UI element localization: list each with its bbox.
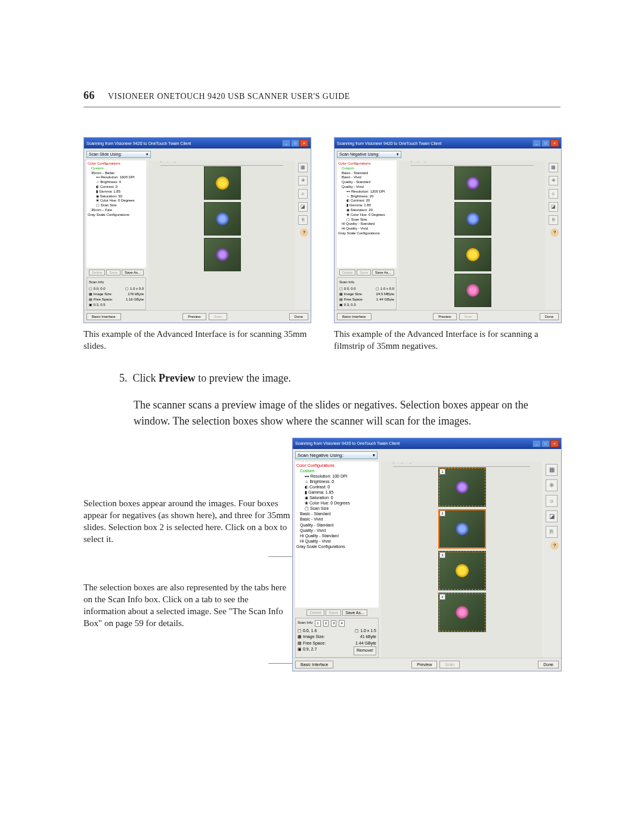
- adjust-icon[interactable]: ◪: [298, 202, 308, 212]
- panel-icon[interactable]: ▦: [549, 163, 558, 172]
- remove-button[interactable]: Remove!: [354, 646, 376, 655]
- scan-info-tab-1[interactable]: 1: [315, 620, 320, 627]
- preview-area[interactable]: ⁰ · · · · ¹ · · · · ² 1 2 3 4: [381, 462, 542, 658]
- scan-info-box: Scan Info ▢ 0.0, 0.0▢ 1.0 x 0.0 ▦ Image …: [86, 277, 146, 310]
- config-tree[interactable]: Color Configurations Custom ••• Resoluti…: [295, 462, 379, 608]
- preview-button[interactable]: Preview: [433, 313, 456, 320]
- caption-left: This example of the Advanced Interface i…: [83, 328, 310, 352]
- saveas-button[interactable]: Save As...: [122, 270, 144, 275]
- selection-box-1[interactable]: 1: [438, 467, 486, 507]
- annotation-scan-info-tabs: The selection boxes are also represented…: [83, 581, 292, 630]
- screenshot-selection-boxes: Scanning from Visioneer 9420 to OneTouch…: [292, 438, 562, 671]
- scan-button[interactable]: Scan: [439, 661, 460, 668]
- scan-button[interactable]: Scan: [209, 313, 228, 320]
- maximize-icon[interactable]: □: [541, 140, 550, 147]
- minimize-icon[interactable]: _: [532, 440, 541, 447]
- basic-interface-button[interactable]: Basic Interface: [295, 661, 333, 668]
- crop-icon[interactable]: ⎘: [298, 215, 308, 225]
- page-header: 66 VISIONEER ONETOUCH 9420 USB SCANNER U…: [83, 89, 561, 107]
- close-icon[interactable]: ×: [550, 140, 559, 147]
- done-button[interactable]: Done: [289, 313, 308, 320]
- save-button[interactable]: Save: [106, 270, 120, 275]
- delete-button[interactable]: Delete: [339, 270, 355, 275]
- annotation-selection-boxes: Selection boxes appear around the images…: [83, 497, 292, 546]
- basic-interface-button[interactable]: Basic Interface: [337, 313, 371, 320]
- minimize-icon[interactable]: _: [532, 140, 541, 147]
- adjust-icon[interactable]: ◪: [549, 202, 558, 212]
- preview-button[interactable]: Preview: [182, 313, 206, 320]
- done-button[interactable]: Done: [538, 661, 559, 668]
- basic-interface-button[interactable]: Basic Interface: [86, 313, 121, 320]
- caption-right: This example of the Advanced Interface i…: [334, 328, 561, 352]
- preview-thumb[interactable]: [454, 238, 491, 271]
- scan-info-tab-3[interactable]: 3: [331, 620, 336, 627]
- preview-thumb[interactable]: [454, 202, 491, 236]
- adjust-icon[interactable]: ◪: [546, 510, 558, 522]
- panel-icon[interactable]: ▦: [298, 163, 308, 172]
- window-title: Scanning from Visioneer 9420 to OneTouch…: [86, 141, 191, 145]
- close-icon[interactable]: ×: [300, 140, 308, 147]
- crop-icon[interactable]: ⎘: [549, 215, 558, 225]
- window-title: Scanning from Visioneer 9420 to OneTouch…: [337, 141, 441, 145]
- scan-info-tab-4[interactable]: 4: [339, 620, 344, 627]
- help-icon[interactable]: ?: [550, 541, 559, 550]
- preview-thumb[interactable]: [204, 166, 241, 200]
- scan-info-box: Scan Info ▢ 0.0, 0.0▢ 1.0 x 0.0 ▦ Image …: [337, 277, 397, 310]
- brightness-icon[interactable]: ☼: [549, 189, 558, 199]
- preview-thumb[interactable]: [454, 274, 491, 307]
- config-tree[interactable]: Color Configurations Custom 35mm – Bette…: [86, 160, 146, 268]
- scan-button[interactable]: Scan: [459, 313, 478, 320]
- preview-button[interactable]: Preview: [411, 661, 437, 668]
- scan-info-box: Scan Info 1 2 3 4 ▢ 0.0, 1.6▢ 1.0 x 1.5 …: [295, 618, 379, 658]
- step-5: 5. Click Preview to preview the image.: [119, 370, 561, 386]
- help-icon[interactable]: ?: [300, 228, 308, 237]
- titlebar: Scanning from Visioneer 9420 to OneTouch…: [335, 138, 561, 148]
- titlebar: Scanning from Visioneer 9420 to OneTouch…: [293, 438, 561, 449]
- grid-icon[interactable]: ⁜: [549, 176, 558, 185]
- help-icon[interactable]: ?: [550, 228, 559, 237]
- grid-icon[interactable]: ⁜: [298, 176, 308, 185]
- screenshot-slides: Scanning from Visioneer 9420 to OneTouch…: [83, 137, 311, 323]
- preview-thumb[interactable]: [204, 238, 241, 271]
- scan-type-dropdown[interactable]: Scan Slide Using:▾: [86, 151, 151, 158]
- maximize-icon[interactable]: □: [291, 140, 299, 147]
- preview-thumb[interactable]: [204, 202, 241, 236]
- brightness-icon[interactable]: ☼: [546, 495, 558, 507]
- page-number: 66: [83, 89, 95, 102]
- selection-box-2[interactable]: 2: [438, 509, 486, 549]
- saveas-button[interactable]: Save As...: [342, 609, 367, 616]
- saveas-button[interactable]: Save As...: [372, 270, 394, 275]
- close-icon[interactable]: ×: [550, 440, 559, 447]
- delete-button[interactable]: Delete: [89, 270, 105, 275]
- selection-box-3[interactable]: 3: [438, 551, 486, 590]
- scan-type-dropdown[interactable]: Scan Negative Using:▾: [295, 451, 377, 459]
- titlebar: Scanning from Visioneer 9420 to OneTouch…: [84, 138, 311, 148]
- brightness-icon[interactable]: ☼: [298, 189, 308, 199]
- header-title: VISIONEER ONETOUCH 9420 USB SCANNER USER…: [108, 92, 350, 101]
- delete-button[interactable]: Delete: [306, 609, 324, 616]
- body-paragraph: The scanner scans a preview image of the…: [119, 397, 561, 429]
- crop-icon[interactable]: ⎘: [546, 526, 558, 538]
- scan-info-tab-2[interactable]: 2: [323, 620, 329, 627]
- selection-box-4[interactable]: 4: [438, 593, 486, 632]
- maximize-icon[interactable]: □: [541, 440, 550, 447]
- save-button[interactable]: Save: [326, 609, 341, 616]
- preview-area[interactable]: ⁰ · · · ¹ · · · ²: [148, 160, 295, 310]
- window-title: Scanning from Visioneer 9420 to OneTouch…: [295, 441, 400, 445]
- scan-type-dropdown[interactable]: Scan Negative Using:▾: [337, 151, 401, 158]
- done-button[interactable]: Done: [540, 313, 559, 320]
- grid-icon[interactable]: ⁜: [546, 479, 558, 491]
- config-tree[interactable]: Color Configurations Custom Basic - Stan…: [337, 160, 397, 268]
- minimize-icon[interactable]: _: [282, 140, 290, 147]
- preview-area[interactable]: ⁰ · · · ¹ · · · ²: [399, 160, 546, 310]
- panel-icon[interactable]: ▦: [546, 464, 558, 476]
- preview-thumb[interactable]: [454, 166, 491, 200]
- screenshot-negatives: Scanning from Visioneer 9420 to OneTouch…: [334, 137, 562, 323]
- save-button[interactable]: Save: [357, 270, 371, 275]
